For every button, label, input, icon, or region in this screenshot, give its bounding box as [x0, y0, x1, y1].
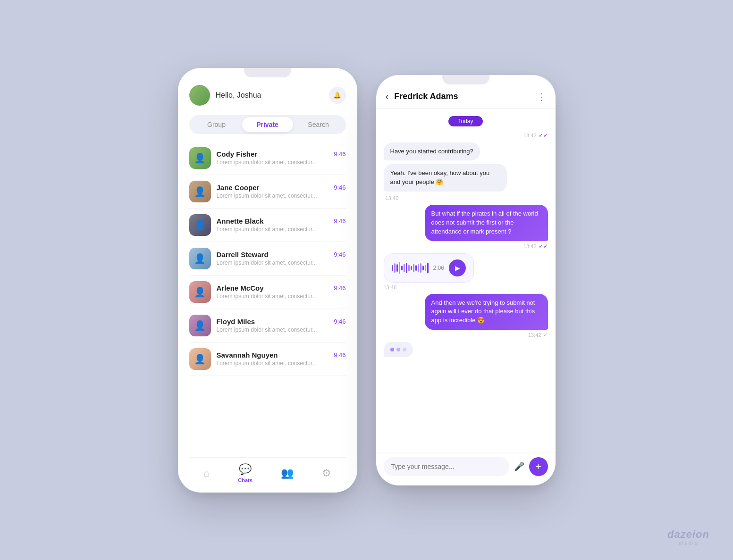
- nav-chats[interactable]: 💬 Chats: [238, 463, 253, 483]
- list-item[interactable]: 👤 Jane Cooper 9:46 Lorem ipsum dolor sit…: [189, 175, 346, 209]
- typing-dot: [403, 348, 406, 351]
- wave-bar: [427, 263, 429, 273]
- notch-left: [244, 68, 291, 77]
- message-time: 13:42 ✓✓: [523, 243, 548, 250]
- wave-bar: [413, 264, 414, 272]
- message-bubble: Yeah. I've been okay, how about you and …: [384, 164, 507, 192]
- chat-list: 👤 Cody Fisher 9:46 Lorem ipsum dolor sit…: [189, 142, 346, 457]
- chat-avatar-darrell: 👤: [189, 248, 211, 269]
- notification-button[interactable]: 🔔: [329, 87, 346, 104]
- chat-info-darrell: Darrell Steward 9:46 Lorem ipsum dolor s…: [217, 251, 346, 266]
- msg-row-sent: And then we we're trying to submit not a…: [384, 294, 548, 339]
- chat-name: Annette Black: [217, 217, 264, 225]
- list-item[interactable]: 👤 Cody Fisher 9:46 Lorem ipsum dolor sit…: [189, 142, 346, 175]
- chat-name: Jane Cooper: [217, 184, 260, 192]
- date-label: Today: [448, 116, 482, 126]
- microphone-button[interactable]: 🎤: [514, 461, 524, 472]
- chat-name: Arlene McCoy: [217, 284, 264, 292]
- voice-message-bubble: 2:06 ▶: [384, 253, 474, 283]
- nav-home[interactable]: ⌂: [203, 467, 210, 479]
- chat-avatar-jane: 👤: [189, 181, 211, 202]
- list-item[interactable]: 👤 Annette Black 9:46 Lorem ipsum dolor s…: [189, 209, 346, 242]
- chat-preview: Lorem ipsum dolor sit amet, consectur...: [217, 326, 346, 333]
- list-item[interactable]: 👤 Floyd Miles 9:46 Lorem ipsum dolor sit…: [189, 309, 346, 343]
- wave-bar: [422, 266, 424, 270]
- list-item[interactable]: 👤 Arlene McCoy 9:46 Lorem ipsum dolor si…: [189, 276, 346, 309]
- chat-info-annette: Annette Black 9:46 Lorem ipsum dolor sit…: [217, 217, 346, 233]
- time-label: 13:46: [384, 284, 397, 290]
- app-scene: Hello, Joshua 🔔 Group Private Search 👤: [178, 68, 556, 493]
- chat-info-savannah: Savannah Nguyen 9:46 Lorem ipsum dolor s…: [217, 351, 346, 367]
- chat-header: ‹ Fredrick Adams ⋮: [376, 84, 556, 109]
- nav-chats-label: Chats: [238, 477, 253, 483]
- more-options-button[interactable]: ⋮: [537, 91, 546, 102]
- nav-settings[interactable]: ⚙: [322, 467, 331, 479]
- wave-bar: [401, 266, 403, 270]
- message-bubble: But what if the pirates in all of the wo…: [425, 205, 548, 241]
- chat-time: 9:46: [334, 184, 345, 191]
- message-bubble: Have you started contributing?: [384, 142, 480, 161]
- chat-avatar-savannah: 👤: [189, 348, 211, 370]
- chat-avatar-annette: 👤: [189, 214, 211, 236]
- date-divider: Today: [384, 116, 548, 126]
- message-bubble: And then we we're trying to submit not a…: [425, 294, 548, 330]
- msg-row-received: Have you started contributing?: [384, 142, 548, 161]
- chat-preview: Lorem ipsum dolor sit amet, consectur...: [217, 192, 346, 199]
- typing-dot: [396, 348, 400, 351]
- messages-area: Today 13:42 ✓✓ Have you started contribu…: [376, 109, 556, 452]
- chat-time: 9:46: [334, 318, 345, 325]
- voice-duration: 2:06: [433, 265, 444, 271]
- bottom-nav: ⌂ 💬 Chats 👥 ⚙: [189, 457, 346, 493]
- people-icon: 👥: [281, 467, 294, 479]
- brand-tagline: studio: [667, 541, 709, 546]
- chat-time: 9:46: [334, 351, 345, 359]
- message-time: 13:42 ✓: [528, 332, 548, 338]
- back-button[interactable]: ‹: [386, 91, 389, 102]
- greeting-label: Hello, Joshua: [216, 91, 261, 99]
- typing-dot: [390, 348, 394, 351]
- home-icon: ⌂: [203, 467, 210, 479]
- voice-msg-time: 13:46: [384, 284, 397, 290]
- right-phone-content: ‹ Fredrick Adams ⋮ Today 13:42 ✓✓: [376, 84, 556, 485]
- wave-bar: [420, 263, 421, 273]
- tab-group[interactable]: Group: [191, 117, 242, 132]
- wave-bar: [411, 266, 412, 270]
- chat-preview: Lorem ipsum dolor sit amet, consectur...: [217, 360, 346, 367]
- msg-time-label: 13:40: [386, 195, 399, 201]
- chat-name: Floyd Miles: [217, 318, 255, 326]
- chat-time: 9:46: [334, 150, 345, 158]
- wave-bar: [415, 265, 417, 271]
- bell-icon: 🔔: [333, 92, 341, 99]
- nav-people[interactable]: 👥: [281, 467, 294, 479]
- wave-bar: [399, 262, 400, 274]
- add-attachment-button[interactable]: +: [529, 457, 548, 476]
- play-icon: ▶: [455, 264, 460, 272]
- contact-name: Fredrick Adams: [394, 92, 536, 101]
- wave-bar: [392, 265, 393, 271]
- double-check-icon: ✓✓: [539, 243, 548, 250]
- play-button[interactable]: ▶: [449, 259, 466, 276]
- message-input[interactable]: [384, 457, 509, 476]
- typing-row: [384, 342, 548, 357]
- list-item[interactable]: 👤 Savannah Nguyen 9:46 Lorem ipsum dolor…: [189, 343, 346, 376]
- chat-time: 9:46: [334, 217, 345, 225]
- branding: dazeion studio: [667, 528, 709, 546]
- right-phone: ‹ Fredrick Adams ⋮ Today 13:42 ✓✓: [376, 75, 556, 485]
- greeting-text: Hello, Joshua: [216, 91, 329, 100]
- list-item[interactable]: 👤 Darrell Steward 9:46 Lorem ipsum dolor…: [189, 242, 346, 276]
- user-avatar: [189, 85, 210, 106]
- msg-row-voice: 2:06 ▶ 13:46: [384, 253, 548, 290]
- chat-info-arlene: Arlene McCoy 9:46 Lorem ipsum dolor sit …: [217, 284, 346, 300]
- chat-name: Cody Fisher: [217, 150, 258, 158]
- input-bar: 🎤 +: [376, 452, 556, 485]
- tab-search[interactable]: Search: [293, 117, 344, 132]
- chat-time: 9:46: [334, 251, 345, 258]
- chat-avatar-cody: 👤: [189, 147, 211, 169]
- chat-preview: Lorem ipsum dolor sit amet, consectur...: [217, 159, 346, 166]
- chat-preview: Lorem ipsum dolor sit amet, consectur...: [217, 293, 346, 300]
- tab-private[interactable]: Private: [242, 117, 293, 132]
- wave-bar: [396, 264, 398, 272]
- chat-name: Darrell Steward: [217, 251, 269, 259]
- chat-info-jane: Jane Cooper 9:46 Lorem ipsum dolor sit a…: [217, 184, 346, 199]
- waveform: [392, 262, 429, 274]
